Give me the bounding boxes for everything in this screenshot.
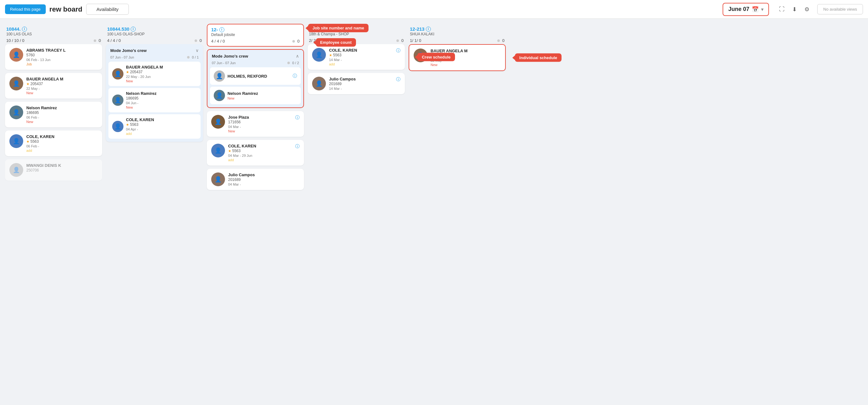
info-icon-12213[interactable]: i — [426, 27, 431, 32]
availability-button[interactable]: Availability — [86, 4, 129, 15]
job-name-10844530: 100 LAS OLAS-SHOP — [107, 32, 202, 36]
avatar-nelson-col1: 👤 — [9, 105, 23, 119]
chevron-down-icon[interactable]: ▾ — [761, 7, 763, 12]
emp-id-abrams: 5760 — [26, 53, 98, 57]
emp-dates-bauer-col1: 22 May - — [26, 87, 98, 91]
emp-dates-abrams: 06 Feb - 13 Jun — [26, 58, 98, 62]
crew-member-nelson-col2: 👤 Nelson Ramirez 186695 04 Jun - New — [108, 88, 200, 112]
emp-status-abrams: Job — [26, 62, 98, 66]
avatar-bauer-crew: 👤 — [112, 68, 123, 79]
fullscreen-icon[interactable]: ⛶ — [778, 5, 786, 13]
crew-dates-col2: 07 Jun - 07 Jun 0 / 1 — [106, 56, 203, 62]
emp-status-nelson-col1: New — [26, 120, 98, 124]
emp-name-abrams: ABRAMS TRACEY L — [26, 48, 98, 53]
info-icon-julio-col4[interactable]: ⓘ — [396, 77, 400, 82]
dot-icon — [195, 39, 197, 42]
crew-emp-info-holmes: HOLMES, REXFORD — [227, 74, 290, 78]
crew-chevron-col3[interactable]: ∧ — [296, 54, 299, 59]
col-counts-10844530: 4 / 4 / 0 0 — [107, 38, 202, 43]
emp-name-bauer-col1: BAUER ANGELA M — [26, 77, 98, 81]
star-icon: ★ — [26, 82, 29, 86]
date-label: June 07 — [728, 6, 749, 12]
employee-card-mwangi: 👤 MWANGI DENIS K 250706 — [5, 159, 102, 180]
employee-card-julio-col4: 👤 Julio Campos 201689 14 Mar - ⓘ — [308, 73, 405, 94]
calendar-icon[interactable]: 📅 — [752, 6, 758, 13]
crew-member-bauer-col2: 👤 BAUER ANGELA M ★205437 22 May - 20 Jun… — [108, 62, 200, 86]
crew-member-holmes: 👤 HOLMES, REXFORD ⓘ — [210, 67, 301, 85]
emp-dates-cole-col1: 06 Feb - — [26, 144, 98, 148]
crew-member-nelson-col3: 👤 Nelson Ramirez New — [210, 87, 301, 104]
info-icon-12[interactable]: i — [219, 27, 224, 32]
crew-chevron-col2[interactable]: ∨ — [195, 48, 199, 53]
date-picker-wrapper: Date picker June 07 📅 ▾ — [722, 3, 769, 16]
empcount-annotation: Employee count — [316, 38, 356, 47]
board-title: rew board — [50, 5, 83, 13]
employee-card-nelson-col1: 👤 Nelson Ramirez 186695 06 Feb - New — [5, 102, 102, 127]
header-annotations-12: 12- i Job site number and name Default j… — [211, 27, 300, 43]
dot-icon — [396, 39, 399, 42]
star-icon: ★ — [26, 140, 29, 144]
top-icons: ⛶ ⬇ ⚙ — [778, 5, 811, 13]
col-header-10844530: 10844.530 i 100 LAS OLAS-SHOP 4 / 4 / 0 … — [106, 24, 203, 44]
column-12champa: 12-... i 18th & Champa - SHOP 2/ 2/ 0 0 … — [308, 24, 405, 400]
settings-icon[interactable]: ⚙ — [803, 5, 811, 13]
column-10844530: 10844.530 i 100 LAS OLAS-SHOP 4 / 4 / 0 … — [106, 24, 203, 400]
crew-members-col2: 👤 BAUER ANGELA M ★205437 22 May - 20 Jun… — [106, 62, 203, 142]
avatar-joseplaza: 👤 — [211, 115, 225, 129]
avatar-bauer-col1: 👤 — [9, 77, 23, 91]
emp-id-bauer-col1: ★205437 — [26, 82, 98, 86]
column-12: 12- i Job site number and name Default j… — [207, 24, 304, 400]
dot-icon — [292, 40, 295, 42]
info-icon-10844[interactable]: i — [22, 27, 27, 32]
date-picker-button[interactable]: June 07 📅 ▾ — [722, 3, 769, 16]
dot-icon — [497, 39, 500, 42]
job-number-12213: 12-213 i — [410, 26, 504, 32]
star-icon: ★ — [228, 149, 231, 153]
crew-members-col3: 👤 HOLMES, REXFORD ⓘ 👤 Nelson Ramirez New — [208, 67, 303, 107]
download-icon[interactable]: ⬇ — [790, 5, 799, 13]
job-name-12213: SHUA KALAKI — [410, 32, 504, 36]
info-icon-holmes[interactable]: ⓘ — [293, 73, 297, 79]
emp-name-cole-col1: COLE, KAREN — [26, 134, 98, 139]
crew-emp-info-bauer: BAUER ANGELA M ★205437 22 May - 20 Jun N… — [126, 65, 197, 83]
emp-dates-nelson-col1: 06 Feb - — [26, 115, 98, 119]
emp-status-cole-col1: add — [26, 149, 98, 153]
crew-schedule-annotation: Crew schedule — [417, 53, 455, 61]
employee-card-julio-col3: 👤 Julio Campos 201689 04 Mar - — [207, 169, 304, 190]
info-icon-10844530[interactable]: i — [131, 27, 136, 32]
avatar-mwangi: 👤 — [9, 163, 23, 177]
star-icon: ★ — [126, 123, 129, 127]
dot-icon — [287, 62, 290, 64]
employee-card-joseplaza: 👤 Jose Plaza 171656 04 Mar - New ⓘ — [207, 111, 304, 137]
crew-block-col3: Mode Jomo's crew ∧ 07 Jun - 07 Jun 0 / 2… — [207, 49, 304, 108]
top-bar: Reload this page rew board Availability … — [0, 0, 868, 19]
job-number-10844530: 10844.530 i — [107, 26, 202, 32]
avatar-cole-col4: 👤 — [312, 48, 326, 62]
employee-card-cole-col3: 👤 COLE, KAREN ★5563 04 Mar - 29 Jun add … — [207, 140, 304, 166]
job-name-12: Default jobsite — [211, 33, 300, 37]
avatar-cole-col1: 👤 — [9, 134, 23, 148]
avatar-julio-col4: 👤 — [312, 77, 326, 91]
info-icon-cole-col4[interactable]: ⓘ — [396, 48, 400, 54]
emp-info-bauer-col1: BAUER ANGELA M ★205437 22 May - New — [26, 77, 98, 95]
col-counts-12213: 1/ 1/ 0 0 — [410, 38, 504, 43]
dot-icon — [187, 56, 190, 59]
emp-status-bauer-col1: New — [26, 91, 98, 95]
job-name-10844: 100 LAS OLAS — [6, 32, 101, 36]
crew-emp-info-nelson-col3: Nelson Ramirez New — [227, 91, 297, 100]
col-header-12213: 12-213 i SHUA KALAKI 1/ 1/ 0 0 — [409, 24, 506, 44]
individual-schedule-annotation: Individual schedule — [515, 54, 561, 62]
info-icon-joseplaza[interactable]: ⓘ — [295, 115, 300, 121]
crew-count-col3: 0 / 2 — [287, 61, 299, 65]
crew-header-col3: Mode Jomo's crew ∧ — [208, 50, 303, 61]
info-icon-cole-col3[interactable]: ⓘ — [295, 144, 300, 149]
views-button[interactable]: No available views — [817, 4, 863, 14]
employee-card-cole-col4: 👤 COLE, KAREN ★5563 14 Mar - add ⓘ Crew … — [308, 44, 405, 70]
emp-name-nelson-col1: Nelson Ramirez — [26, 105, 98, 110]
col-header-10844: 10844. i 100 LAS OLAS 10 / 10 / 0 0 — [5, 24, 102, 44]
reload-button[interactable]: Reload this page — [5, 4, 46, 14]
crew-member-cole-col2: 👤 COLE, KAREN ★5563 04 Apr - add — [108, 114, 200, 139]
col-header-12: 12- i Job site number and name Default j… — [207, 24, 304, 47]
crew-block-col2: Mode Jomo's crew ∨ 07 Jun - 07 Jun 0 / 1… — [106, 44, 203, 142]
col-counts-12: 4 / 4 / 0 0 Employee count — [211, 39, 300, 43]
